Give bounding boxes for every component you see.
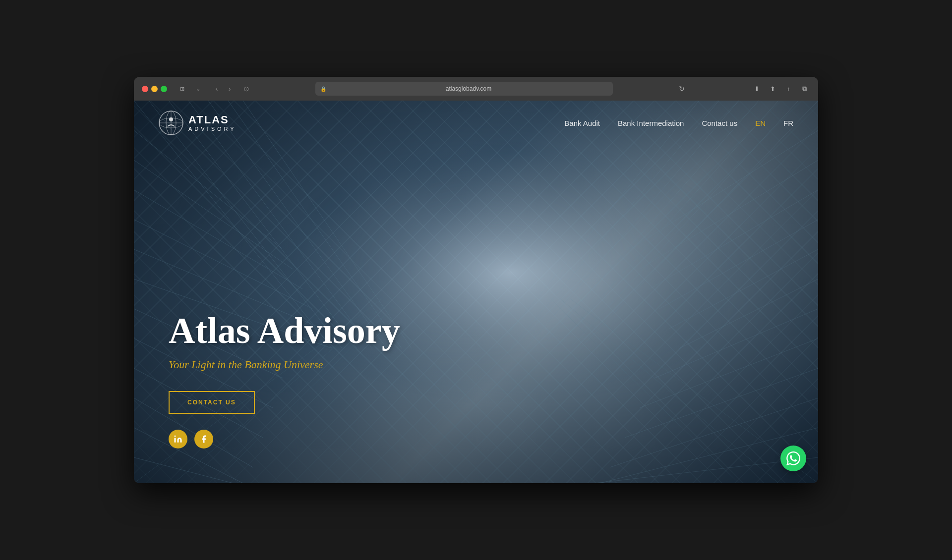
logo-icon xyxy=(159,111,183,135)
logo-area[interactable]: ATLAS ADVISORY xyxy=(159,111,237,135)
sidebar-toggle[interactable]: ⊞ xyxy=(175,84,189,94)
building-overlay xyxy=(134,101,818,483)
new-tab-icon[interactable]: + xyxy=(782,83,794,95)
chevron-down-icon[interactable]: ⌄ xyxy=(191,84,205,94)
whatsapp-icon xyxy=(786,451,800,465)
minimize-button[interactable] xyxy=(151,86,158,92)
traffic-lights xyxy=(142,86,167,92)
address-bar[interactable]: 🔒 atlasglobadv.com xyxy=(315,82,613,96)
svg-point-52 xyxy=(175,436,176,437)
close-button[interactable] xyxy=(142,86,148,92)
shield-icon: ⊙ xyxy=(243,85,249,93)
nav-links: Bank Audit Bank Intermediation Contact u… xyxy=(564,119,793,127)
reload-button[interactable]: ↻ xyxy=(679,85,685,93)
maximize-button[interactable] xyxy=(161,86,167,92)
url-text: atlasglobadv.com xyxy=(329,85,608,92)
nav-contact-us[interactable]: Contact us xyxy=(702,119,737,127)
hero-subtitle: Your Light in the Banking Universe xyxy=(169,358,400,371)
contact-us-button[interactable]: CONTACT US xyxy=(169,391,255,414)
download-icon[interactable]: ⬇ xyxy=(751,83,763,95)
hero-title: Atlas Advisory xyxy=(169,312,400,350)
share-icon[interactable]: ⬆ xyxy=(767,83,778,95)
svg-rect-51 xyxy=(175,438,176,443)
logo-text: ATLAS ADVISORY xyxy=(188,114,237,132)
browser-chrome: ⊞ ⌄ ‹ › ⊙ 🔒 atlasglobadv.com ↻ ⬇ ⬆ + ⧉ xyxy=(134,77,818,101)
browser-window: ⊞ ⌄ ‹ › ⊙ 🔒 atlasglobadv.com ↻ ⬇ ⬆ + ⧉ xyxy=(134,77,818,483)
logo-advisory-text: ADVISORY xyxy=(188,126,237,132)
forward-button[interactable]: › xyxy=(224,83,236,95)
nav-bank-intermediation[interactable]: Bank Intermediation xyxy=(618,119,684,127)
hero-content: Atlas Advisory Your Light in the Banking… xyxy=(169,312,400,414)
linkedin-icon[interactable] xyxy=(169,430,187,448)
lang-fr-button[interactable]: FR xyxy=(783,119,793,127)
social-icons xyxy=(169,430,213,448)
lang-en-button[interactable]: EN xyxy=(755,119,766,127)
tabs-icon[interactable]: ⧉ xyxy=(798,83,810,95)
lock-icon: 🔒 xyxy=(320,86,326,92)
website-content: ATLAS ADVISORY Bank Audit Bank Intermedi… xyxy=(134,101,818,483)
browser-actions: ⬇ ⬆ + ⧉ xyxy=(751,83,810,95)
navbar: ATLAS ADVISORY Bank Audit Bank Intermedi… xyxy=(134,101,818,145)
window-controls: ⊞ ⌄ xyxy=(175,84,205,94)
facebook-icon[interactable] xyxy=(194,430,213,448)
svg-point-50 xyxy=(169,117,173,121)
logo-atlas-text: ATLAS xyxy=(188,114,237,126)
whatsapp-button[interactable] xyxy=(780,446,806,471)
back-button[interactable]: ‹ xyxy=(211,83,223,95)
nav-arrows: ‹ › xyxy=(211,83,236,95)
nav-bank-audit[interactable]: Bank Audit xyxy=(564,119,600,127)
